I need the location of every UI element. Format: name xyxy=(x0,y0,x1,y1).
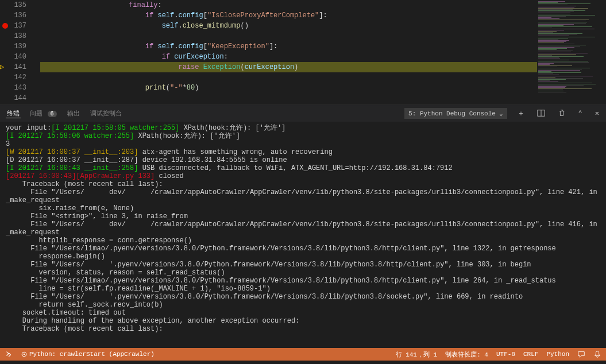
code-line[interactable]: if self.config["IsCloseProxyAfterComplet… xyxy=(40,10,537,21)
gutter-line[interactable]: 137 xyxy=(0,21,40,31)
terminal-line: File "/Users/limao/.pyenv/versions/3.8.0… xyxy=(6,277,600,285)
tab-problems[interactable]: 问题 6 xyxy=(29,109,58,118)
terminal-select[interactable]: 5: Python Debug Console ⌄ xyxy=(404,108,507,119)
language-mode[interactable]: Python xyxy=(546,351,569,358)
close-panel-icon[interactable]: ✕ xyxy=(593,109,601,118)
gutter-line[interactable]: 135 xyxy=(0,0,40,10)
code-line[interactable]: print("-"*80) xyxy=(40,83,537,93)
code-line[interactable]: if self.config["KeepException"]: xyxy=(40,41,537,52)
terminal-line: File "/Users/ dev/ /crawler/appAutoCrawl… xyxy=(6,188,600,204)
line-number: 141 xyxy=(9,62,32,72)
gutter-line[interactable]: 144 xyxy=(0,93,40,103)
execution-pointer-icon: ▷ xyxy=(0,62,9,72)
gutter-line[interactable]: 136 xyxy=(0,10,40,21)
gutter-line[interactable]: 143 xyxy=(0,83,40,93)
svg-point-3 xyxy=(24,354,25,355)
eol[interactable]: CRLF xyxy=(523,351,538,358)
code-line[interactable] xyxy=(40,93,537,103)
code-line[interactable]: raise Exception(curException) xyxy=(40,62,537,72)
bell-icon[interactable] xyxy=(593,350,601,358)
encoding[interactable]: UTF-8 xyxy=(496,351,515,358)
remote-indicator[interactable] xyxy=(5,350,13,358)
line-number: 136 xyxy=(9,10,32,21)
line-number: 144 xyxy=(9,93,32,103)
terminal-line: [D 201217 16:00:37 __init__:287] device … xyxy=(6,156,600,164)
minimap[interactable] xyxy=(537,0,606,104)
terminal-line: File "/Users/ '.pyenv/versions/3.8.0/Pyt… xyxy=(6,261,600,269)
terminal-line: your input:[I 201217 15:58:05 watcher:25… xyxy=(6,124,600,132)
terminal-line: response.begin() xyxy=(6,253,600,261)
gutter-line[interactable]: 139 xyxy=(0,41,40,52)
editor: 135136137138139140▷141142143144 finally:… xyxy=(0,0,606,104)
terminal-line: File "<string>", line 3, in raise_from xyxy=(6,212,600,220)
chevron-down-icon: ⌄ xyxy=(499,110,503,117)
statusbar: Python: crawlerStart (AppCrawler) 行 141，… xyxy=(0,348,606,361)
code-body[interactable]: finally: if self.config["IsCloseProxyAft… xyxy=(40,0,537,104)
terminal-line: Traceback (most recent call last): xyxy=(6,325,600,333)
gutter-line[interactable]: 142 xyxy=(0,72,40,83)
line-number: 139 xyxy=(9,41,32,52)
code-line[interactable] xyxy=(40,72,537,83)
gutter-line[interactable]: ▷141 xyxy=(0,62,40,72)
terminal-line: return self._sock.recv_into(b) xyxy=(6,301,600,309)
terminal-line: socket.timeout: timed out xyxy=(6,309,600,317)
terminal-line: httplib_response = conn.getresponse() xyxy=(6,237,600,245)
tab-size[interactable]: 制表符长度: 4 xyxy=(445,350,488,359)
line-number: 135 xyxy=(9,0,32,10)
launch-config[interactable]: Python: crawlerStart (AppCrawler) xyxy=(21,351,155,358)
terminal-line: 3 xyxy=(6,140,600,148)
terminal-line: File "/Users/ dev/ /crawler/appAutoCrawl… xyxy=(6,220,600,237)
panel-tabs: 终端 问题 6 输出 调试控制台 5: Python Debug Console… xyxy=(0,104,606,122)
line-number: 142 xyxy=(9,72,32,83)
terminal-line: line = str(self.fp.readline(_MAXLINE + 1… xyxy=(6,285,600,293)
terminal-line: [I 201217 16:00:43 __init__:258] USB dis… xyxy=(6,164,600,172)
terminal-line: [I 201217 15:58:06 watcher:255] XPath(ho… xyxy=(6,132,600,140)
terminal-line: [201217 16:00:43][AppCrawler.py 133] clo… xyxy=(6,172,600,180)
breakpoint-icon[interactable] xyxy=(2,23,8,29)
terminal-line: Traceback (most recent call last): xyxy=(6,180,600,188)
line-number: 140 xyxy=(9,52,32,62)
trash-icon[interactable] xyxy=(555,109,568,117)
line-number: 137 xyxy=(9,21,32,31)
terminal-line: six.raise_from(e, None) xyxy=(6,204,600,212)
line-col[interactable]: 行 141，列 1 xyxy=(396,350,438,359)
line-number: 138 xyxy=(9,31,32,41)
maximize-panel-icon[interactable]: ⌃ xyxy=(576,109,585,118)
feedback-icon[interactable] xyxy=(577,350,585,358)
terminal-line: version, status, reason = self._read_sta… xyxy=(6,269,600,277)
terminal-line: [W 201217 16:00:37 __init__:203] atx-age… xyxy=(6,148,600,156)
terminal-line: File "/Users/ '.pyenv/versions/3.8.0/Pyt… xyxy=(6,293,600,301)
tab-terminal[interactable]: 终端 xyxy=(6,109,21,118)
gutter-line[interactable]: 138 xyxy=(0,31,40,41)
code-line[interactable]: if curException: xyxy=(40,52,537,62)
terminal-line: File "/Users/limao/.pyenv/versions/3.8.0… xyxy=(6,245,600,253)
code-line[interactable] xyxy=(40,31,537,41)
gutter: 135136137138139140▷141142143144 xyxy=(0,0,40,104)
tab-debug-console[interactable]: 调试控制台 xyxy=(89,109,123,118)
split-terminal-icon[interactable] xyxy=(535,109,547,117)
terminal-line: During handling of the above exception, … xyxy=(6,317,600,325)
tab-output[interactable]: 输出 xyxy=(66,109,81,118)
line-number: 143 xyxy=(9,83,32,93)
new-terminal-icon[interactable]: ＋ xyxy=(515,109,527,118)
gutter-line[interactable]: 140 xyxy=(0,52,40,62)
terminal-output[interactable]: your input:[I 201217 15:58:05 watcher:25… xyxy=(0,122,606,348)
code-line[interactable]: self.close_mitmdump() xyxy=(40,21,537,31)
code-line[interactable]: finally: xyxy=(40,0,537,10)
problems-badge: 6 xyxy=(48,111,57,117)
